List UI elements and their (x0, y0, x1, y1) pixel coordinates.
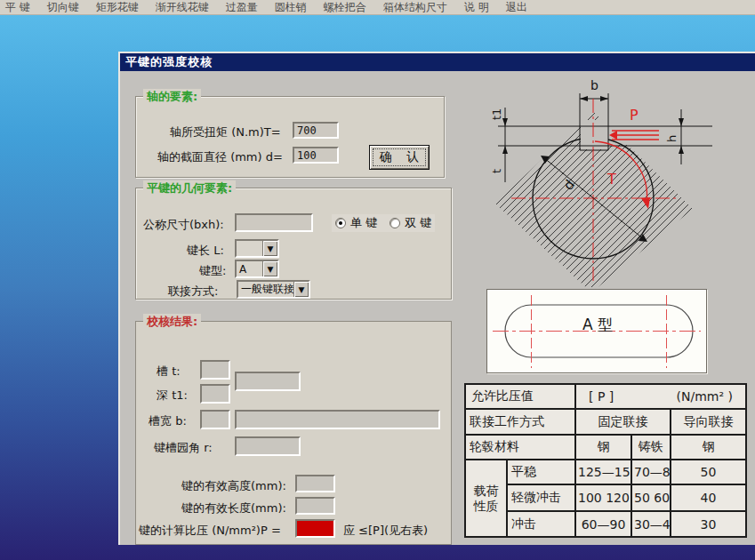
connection-mode-label: 联接方式: (168, 284, 218, 300)
hub-material-header: 轮毂材料 (465, 435, 575, 460)
value-cell: 50 60 (631, 484, 671, 511)
nominal-size-label: 公称尺寸(bxh): (143, 217, 224, 233)
material-cell: 钢 (575, 435, 631, 460)
a-type-label: A 型 (582, 316, 613, 333)
menu-item-flat-key[interactable]: 平 键 (5, 0, 30, 15)
a-type-key-drawing: A 型 (487, 290, 706, 372)
value-cell: 125—150 (575, 460, 631, 484)
single-key-radio[interactable]: 单 键 (335, 215, 377, 231)
menu-item-involute-spline[interactable]: 渐开线花键 (156, 0, 209, 15)
shaft-cross-section-drawing: b t1 t h P (485, 74, 751, 287)
double-key-radio[interactable]: 双 键 (390, 215, 431, 231)
value-cell: 30—45 (631, 511, 671, 537)
slot-t-field (200, 360, 230, 380)
dim-t1-label: t1 (490, 108, 503, 120)
load-nature-header: 载荷 性质 (465, 460, 507, 537)
chevron-down-icon[interactable]: ▼ (293, 282, 309, 297)
dialog-title: 平键的强度校核 (125, 54, 213, 70)
fillet-label: 键槽园角 r: (154, 440, 213, 456)
chevron-down-icon[interactable]: ▼ (262, 241, 277, 256)
value-cell: 70—80 (631, 460, 671, 484)
fillet-field (235, 436, 301, 456)
menu-item-housing-dims[interactable]: 箱体结构尺寸 (383, 0, 447, 15)
value-cell: 60—90 (575, 511, 631, 537)
radio-dot-icon (390, 218, 400, 228)
slot-width-long-field (235, 410, 440, 429)
table-row: 载荷 性质 平稳 125—150 70—80 50 (465, 460, 746, 484)
menu-item-interference[interactable]: 过盈量 (226, 0, 258, 15)
eff-height-label: 键的有效高度(mm): (181, 478, 286, 494)
key-type-value: A (237, 263, 262, 276)
dim-t-label: t (490, 169, 503, 173)
menu-item-cylindrical-pin[interactable]: 圆柱销 (275, 0, 307, 15)
key-type-label: 键型: (199, 263, 226, 279)
a-type-key-panel: A 型 (486, 289, 707, 373)
dim-b-label: b (590, 78, 598, 92)
confirm-button[interactable]: 确 认 (369, 145, 430, 170)
dim-h-label: h (665, 135, 679, 142)
slot-width-label: 槽宽 b: (149, 413, 187, 429)
guided-connection-cell: 导向联接 (671, 409, 746, 435)
key-type-dropdown[interactable]: A ▼ (235, 260, 279, 278)
table-title: 允许比压值 (465, 384, 575, 409)
dialog-title-bar[interactable]: 平键的强度校核 (120, 53, 755, 71)
group-results-title: 校核结果: (143, 314, 201, 330)
keyway-clear (581, 120, 608, 149)
torque-input[interactable] (293, 122, 339, 139)
group-shaft-elements: 轴的要素: 轴所受扭矩 (N.m)T= 轴的截面直径 (mm) d= 确 认 (135, 96, 445, 178)
torque-t-label: T (606, 171, 616, 188)
depth-t1-label: 深 t1: (157, 388, 188, 404)
p-unit: (N/mm² ) (677, 389, 733, 404)
group-key-title: 平键的几何要素: (143, 180, 236, 196)
group-check-results: 校核结果: 槽 t: 深 t1: 槽宽 b: 键槽园角 r: 键的有效高度(mm… (135, 321, 452, 545)
radio-dot-icon (335, 218, 346, 228)
slot-mid-field (235, 372, 301, 391)
load-row-label: 平稳 (507, 460, 575, 484)
table-row: 轻微冲击 100 120 50 60 40 (465, 484, 746, 511)
group-key-geometry: 平键的几何要素: 公称尺寸(bxh): 单 键 双 键 键长 L: (135, 188, 452, 300)
diameter-input[interactable] (293, 147, 339, 164)
fixed-connection-cell: 固定联接 (575, 409, 671, 435)
calc-pressure-label: 键的计算比压 (N/mm²)P = (139, 523, 281, 539)
slot-width-small-field (200, 410, 230, 429)
application-window: 平 键 切向键 矩形花键 渐开线花键 过盈量 圆柱销 螺栓把合 箱体结构尺寸 说… (0, 0, 755, 560)
dialog-key-strength-check: 平键的强度校核 轴的要素: 轴所受扭矩 (N.m)T= 轴的截面直径 (mm) … (118, 52, 755, 545)
torque-label: 轴所受扭矩 (N.m)T= (170, 124, 281, 140)
value-cell: 100 120 (575, 484, 631, 511)
table-row: 冲击 60—90 30—45 30 (465, 511, 746, 537)
single-key-label: 单 键 (350, 215, 377, 231)
menu-item-exit[interactable]: 退出 (506, 0, 527, 15)
dialog-body: 轴的要素: 轴所受扭矩 (N.m)T= 轴的截面直径 (mm) d= 确 认 平… (120, 71, 755, 545)
menu-item-tangential-key[interactable]: 切向键 (47, 0, 79, 15)
pressure-condition-label: 应 ≤[P](见右表) (343, 523, 428, 539)
connection-mode-dropdown[interactable]: 一般键联接 ▼ (237, 280, 310, 299)
clear-band (608, 127, 713, 145)
eff-height-field (295, 475, 335, 492)
menu-item-bolt-joint[interactable]: 螺栓把合 (324, 0, 366, 15)
diameter-label: 轴的截面直径 (mm) d= (157, 149, 283, 165)
group-shaft-title: 轴的要素: (143, 89, 201, 105)
table-p-header: [ P ] (N/mm² ) (575, 384, 746, 409)
value-cell: 30 (671, 511, 746, 537)
connection-mode-value: 一般键联接 (238, 282, 293, 297)
depth-t1-field (200, 384, 230, 404)
key-length-dropdown[interactable]: ▼ (235, 239, 279, 258)
key-count-radio-group: 单 键 双 键 (332, 214, 435, 232)
eff-length-label: 键的有效长度(mm): (181, 500, 286, 516)
p-symbol: [ P ] (589, 389, 614, 404)
load-row-label: 轻微冲击 (507, 484, 575, 511)
material-cell: 铸铁 (631, 435, 671, 460)
eff-length-field (295, 497, 335, 515)
menu-item-help[interactable]: 说 明 (464, 0, 489, 15)
nominal-size-input[interactable] (235, 213, 313, 232)
value-cell: 40 (671, 484, 746, 511)
chevron-down-icon[interactable]: ▼ (262, 261, 277, 276)
load-row-label: 冲击 (507, 511, 575, 537)
key-length-label: 键长 L: (187, 243, 224, 259)
allowable-pressure-table: 允许比压值 [ P ] (N/mm² ) 联接工作方式 固定联接 导向联接 轮毂… (464, 383, 747, 538)
calc-pressure-field (295, 519, 335, 538)
material-cell: 钢 (671, 435, 746, 460)
slot-t-label: 槽 t: (157, 364, 181, 380)
connection-mode-header: 联接工作方式 (465, 409, 575, 435)
menu-item-rect-spline[interactable]: 矩形花键 (96, 0, 139, 15)
